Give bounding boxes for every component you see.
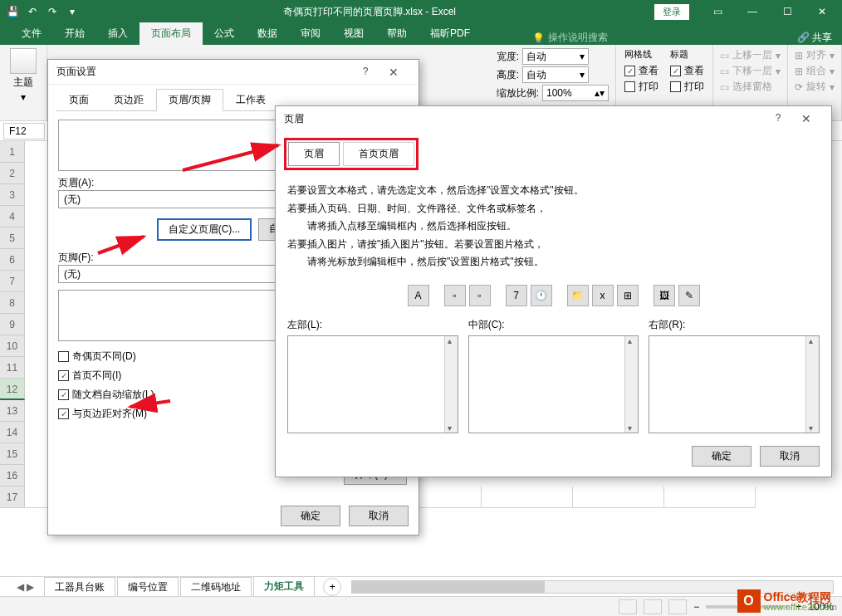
row-header[interactable]: 11 [0, 357, 25, 379]
status-bar: − + 100% [0, 596, 842, 616]
row-header[interactable]: 5 [0, 227, 25, 249]
row-header[interactable]: 2 [0, 163, 25, 184]
scrollbar[interactable] [624, 336, 638, 433]
date-icon[interactable]: 7 [506, 285, 527, 306]
redo-icon[interactable]: ↷ [43, 2, 61, 21]
row-header[interactable]: 16 [0, 465, 25, 486]
headings-header: 标题 [670, 48, 704, 61]
tab-page[interactable]: 页面 [56, 89, 101, 111]
center-section-input[interactable] [468, 335, 639, 433]
row-header[interactable]: 15 [0, 443, 25, 465]
sheet-tab[interactable]: 力矩工具 [253, 576, 315, 598]
gridlines-print-checkbox[interactable]: 打印 [624, 80, 658, 94]
headings-print-checkbox[interactable]: 打印 [670, 80, 704, 94]
tab-home[interactable]: 开始 [53, 22, 96, 45]
page-count-icon[interactable]: ▫ [469, 285, 491, 306]
insert-picture-icon[interactable]: 🖼 [654, 285, 675, 306]
row-header[interactable]: 4 [0, 206, 25, 227]
page-number-icon[interactable]: ▫ [444, 285, 466, 306]
tab-foxit[interactable]: 福昕PDF [419, 22, 482, 45]
ok-button[interactable]: 确定 [281, 506, 340, 526]
undo-icon[interactable]: ↶ [23, 2, 42, 21]
row-header[interactable]: 7 [0, 271, 25, 292]
chevron-down-icon: ▾ [21, 91, 26, 103]
file-name-icon[interactable]: x [592, 285, 614, 306]
close-icon[interactable]: ✕ [805, 0, 839, 23]
normal-view-icon[interactable] [619, 599, 637, 614]
tab-first-page-header[interactable]: 首页页眉 [343, 142, 414, 166]
minimize-icon[interactable]: — [736, 0, 769, 23]
tab-insert[interactable]: 插入 [96, 22, 140, 45]
scale-width-label: 宽度: [497, 50, 519, 64]
tab-page-layout[interactable]: 页面布局 [140, 22, 203, 45]
scrollbar[interactable] [805, 336, 819, 433]
custom-header-button[interactable]: 自定义页眉(C)... [157, 218, 252, 241]
dialog-title: 页眉 [284, 112, 304, 126]
row-header[interactable]: 17 [0, 486, 25, 508]
tab-sheet[interactable]: 工作表 [223, 89, 278, 111]
close-icon[interactable]: ✕ [377, 66, 410, 79]
sheet-tab[interactable]: 编号位置 [117, 577, 179, 597]
zoom-out-icon[interactable]: − [693, 601, 699, 613]
maximize-icon[interactable]: ☐ [771, 0, 804, 23]
tab-file[interactable]: 文件 [10, 22, 53, 45]
cancel-button[interactable]: 取消 [349, 506, 409, 526]
tab-data[interactable]: 数据 [246, 22, 289, 45]
login-button[interactable]: 登录 [654, 4, 689, 20]
ribbon-options-icon[interactable]: ▭ [701, 0, 734, 23]
time-icon[interactable]: 🕐 [531, 285, 552, 306]
row-header[interactable]: 1 [0, 141, 25, 163]
annotation-arrow [183, 141, 291, 177]
right-section-input[interactable] [649, 335, 820, 433]
file-path-icon[interactable]: 📁 [567, 285, 589, 306]
qat-customize-icon[interactable]: ▾ [63, 2, 81, 21]
row-header[interactable]: 10 [0, 335, 25, 357]
sheet-tab[interactable]: 工器具台账 [44, 577, 115, 597]
row-header[interactable]: 6 [0, 249, 25, 271]
tab-help[interactable]: 帮助 [375, 22, 419, 45]
name-box[interactable]: F12 [3, 123, 45, 139]
cancel-button[interactable]: 取消 [760, 446, 820, 467]
gridlines-view-checkbox[interactable]: ✓查看 [624, 64, 658, 78]
row-header[interactable]: 9 [0, 314, 25, 335]
headings-view-checkbox[interactable]: ✓查看 [670, 64, 704, 78]
cell[interactable] [573, 486, 664, 508]
themes-button[interactable]: 主题 ▾ [5, 48, 42, 103]
format-picture-icon[interactable]: ✎ [678, 285, 700, 306]
row-header[interactable]: 12 [0, 379, 25, 400]
help-icon[interactable]: ? [770, 112, 786, 125]
scale-ratio-select[interactable]: 100%▴▾ [542, 85, 609, 101]
scrollbar[interactable] [444, 336, 458, 433]
row-header[interactable]: 13 [0, 400, 25, 422]
page-layout-view-icon[interactable] [644, 599, 662, 614]
cell[interactable] [664, 486, 756, 508]
tab-formulas[interactable]: 公式 [203, 22, 246, 45]
svg-line-0 [183, 145, 278, 170]
share-button[interactable]: 🔗 共享 [797, 31, 832, 45]
save-icon[interactable]: 💾 [3, 2, 22, 21]
page-break-view-icon[interactable] [668, 599, 687, 614]
cell[interactable] [482, 486, 573, 508]
sheet-tab[interactable]: 二维码地址 [180, 577, 252, 597]
help-icon[interactable]: ? [357, 66, 374, 79]
row-header[interactable]: 14 [0, 422, 25, 443]
gridlines-header: 网格线 [624, 48, 658, 61]
tab-margins[interactable]: 页边距 [101, 89, 156, 111]
tell-me-search[interactable]: 💡 操作说明搜索 [532, 31, 608, 45]
align-button[interactable]: ⊞ 对齐 ▾ [795, 48, 835, 62]
scale-width-select[interactable]: 自动▾ [522, 48, 589, 65]
row-header[interactable]: 8 [0, 292, 25, 314]
tab-header-footer[interactable]: 页眉/页脚 [156, 89, 223, 111]
ok-button[interactable]: 确定 [692, 446, 751, 467]
add-sheet-button[interactable]: + [323, 578, 341, 596]
scale-height-select[interactable]: 自动▾ [522, 66, 589, 83]
close-icon[interactable]: ✕ [790, 112, 823, 125]
tab-header[interactable]: 页眉 [288, 142, 340, 166]
tab-view[interactable]: 视图 [332, 22, 375, 45]
left-section-input[interactable] [287, 335, 458, 433]
tab-review[interactable]: 审阅 [289, 22, 332, 45]
row-header[interactable]: 3 [0, 184, 25, 206]
sheet-nav[interactable]: ◀ ▶ [17, 581, 42, 593]
format-text-icon[interactable]: A [408, 285, 429, 306]
sheet-name-icon[interactable]: ⊞ [617, 285, 639, 306]
